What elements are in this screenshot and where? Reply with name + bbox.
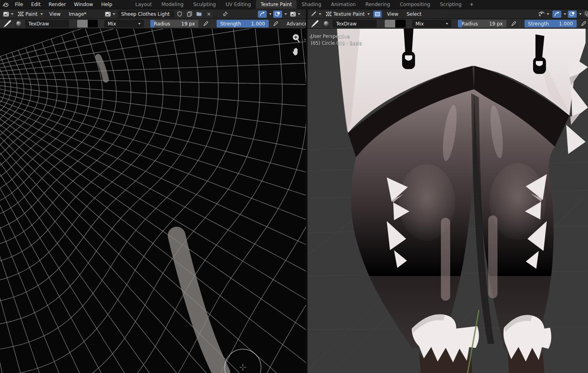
- tab-modeling[interactable]: Modeling: [157, 0, 189, 9]
- gizmo-arrow-icon: [554, 11, 560, 17]
- menu-window[interactable]: Window: [70, 0, 97, 8]
- editor-divider[interactable]: [306, 9, 308, 373]
- tab-texture-paint[interactable]: Texture Paint: [256, 0, 297, 9]
- strength-pressure-toggle[interactable]: [272, 20, 280, 27]
- xray-icon: [585, 11, 588, 17]
- chevron-down-icon: [298, 13, 300, 15]
- add-workspace-button[interactable]: +: [466, 0, 477, 9]
- viewport-select-menu[interactable]: Select: [403, 11, 425, 18]
- pen-pressure-icon: [273, 21, 278, 26]
- uv-overlays-toggle[interactable]: [273, 11, 282, 18]
- radius-pressure-toggle[interactable]: [510, 20, 518, 27]
- brush-cursor: [225, 349, 261, 373]
- unlink-image-button[interactable]: ×: [205, 11, 213, 18]
- overlays-icon: [275, 11, 280, 17]
- chevron-down-icon: [367, 13, 370, 15]
- strength-slider[interactable]: Strength 1.000: [217, 20, 269, 27]
- chevron-down-icon[interactable]: [579, 13, 582, 15]
- chevron-down-icon[interactable]: [285, 13, 287, 15]
- chevron-down-icon[interactable]: [564, 13, 566, 15]
- strength-slider[interactable]: Strength 1.000: [525, 20, 577, 27]
- fake-user-button[interactable]: [176, 11, 184, 18]
- zoom-tool-icon[interactable]: [291, 34, 300, 43]
- foreground-color-swatch[interactable]: [77, 20, 88, 27]
- viewport-tool-settings: TexDraw Mix Radius 19 px Strength 1.000: [308, 19, 588, 29]
- region-corner-handle[interactable]: ‹›: [303, 37, 306, 42]
- uv-gizmo-toggle[interactable]: [258, 11, 267, 18]
- blend-mode-dropdown[interactable]: Mix: [412, 20, 451, 27]
- brush-tool-icon[interactable]: [310, 19, 320, 28]
- show-gizmo-toggle[interactable]: [552, 11, 561, 18]
- brush-tool-icon[interactable]: [2, 19, 12, 28]
- advanced-section-label[interactable]: Advanced: [287, 21, 306, 27]
- pin-icon: [223, 11, 228, 17]
- copy-pages-icon: [187, 11, 192, 17]
- display-channels-dropdown[interactable]: [289, 11, 302, 18]
- radius-slider[interactable]: Radius 19 px: [150, 20, 199, 27]
- brush-name-field[interactable]: TexDraw: [25, 20, 69, 27]
- uv-image-canvas[interactable]: ‹›: [0, 29, 306, 373]
- gizmo-arrow-icon: [259, 11, 265, 17]
- color-swatches[interactable]: [77, 20, 98, 27]
- toolbar-expand-chevron-icon[interactable]: [308, 34, 313, 40]
- open-image-button[interactable]: [195, 11, 203, 18]
- workspace-tabs: Layout Modeling Sculpting UV Editing Tex…: [131, 0, 477, 9]
- menu-file[interactable]: File: [11, 0, 27, 8]
- tab-rendering[interactable]: Rendering: [360, 0, 395, 9]
- topbar: File Edit Render Window Help Layout Mode…: [0, 0, 588, 9]
- viewport-header: Texture Paint View Select: [308, 9, 588, 19]
- image-editor-view-menu[interactable]: View: [46, 11, 64, 18]
- background-color-swatch[interactable]: [395, 20, 406, 27]
- object-visibility-dropdown[interactable]: [537, 11, 551, 18]
- background-color-swatch[interactable]: [88, 20, 98, 27]
- chevron-down-icon: [113, 13, 115, 15]
- tab-shading[interactable]: Shading: [297, 0, 326, 9]
- new-image-button[interactable]: [185, 11, 194, 18]
- strength-label: Strength: [220, 21, 241, 27]
- brush-name-field[interactable]: TexDraw: [333, 20, 377, 27]
- tab-layout[interactable]: Layout: [131, 0, 157, 9]
- mode-label: Texture Paint: [333, 11, 365, 17]
- viewport-view-menu[interactable]: View: [384, 11, 401, 18]
- pan-hand-icon[interactable]: [291, 47, 300, 56]
- radius-value: 19 px: [489, 21, 503, 27]
- texture-slot-button[interactable]: [373, 11, 382, 18]
- mode-dropdown[interactable]: Texture Paint: [325, 11, 371, 18]
- tab-compositing[interactable]: Compositing: [395, 0, 435, 9]
- tab-animation[interactable]: Animation: [326, 0, 360, 9]
- radius-value: 19 px: [181, 21, 195, 27]
- brush-preview-button[interactable]: [15, 20, 23, 28]
- menu-render[interactable]: Render: [45, 0, 70, 8]
- editor-type-button[interactable]: [2, 11, 15, 18]
- strength-label: Strength: [528, 21, 549, 27]
- tab-scripting[interactable]: Scripting: [435, 0, 466, 9]
- pin-image-button[interactable]: [221, 11, 230, 18]
- tab-uv-editing[interactable]: UV Editing: [221, 0, 256, 9]
- image-editor-tool-settings: TexDraw Mix Radius 19 px Strength 1.000: [0, 19, 306, 29]
- show-overlays-toggle[interactable]: [568, 11, 577, 18]
- chevron-down-icon: [446, 23, 448, 25]
- browse-image-button[interactable]: [103, 11, 117, 18]
- brush-preview-button[interactable]: [322, 20, 330, 28]
- radius-slider[interactable]: Radius 19 px: [458, 20, 506, 27]
- menu-edit[interactable]: Edit: [27, 0, 44, 8]
- image-editor-image-menu[interactable]: Image*: [65, 11, 90, 18]
- shin-highlight-left: [441, 218, 450, 301]
- paint-mode-dropdown[interactable]: Paint: [17, 11, 44, 18]
- radius-pressure-toggle[interactable]: [202, 20, 210, 27]
- active-tool-button[interactable]: [309, 11, 323, 18]
- strength-pressure-toggle[interactable]: [580, 20, 588, 27]
- xray-toggle[interactable]: [583, 11, 588, 18]
- menu-help[interactable]: Help: [97, 0, 116, 8]
- overlays-icon: [569, 11, 575, 17]
- image-name-field[interactable]: Sheep Clothes Light: [118, 11, 174, 18]
- viewport-3d-canvas[interactable]: User Perspective (65) Circle.009 : Basis: [308, 29, 588, 373]
- viewport-perspective-label: User Perspective: [311, 34, 350, 39]
- blend-mode-dropdown[interactable]: Mix: [104, 20, 143, 27]
- color-swatches[interactable]: [385, 20, 406, 27]
- blend-mode-label: Mix: [415, 21, 424, 27]
- blender-logo-icon[interactable]: [0, 0, 11, 9]
- tab-sculpting[interactable]: Sculpting: [188, 0, 221, 9]
- chevron-down-icon[interactable]: [269, 13, 272, 15]
- foreground-color-swatch[interactable]: [385, 20, 395, 27]
